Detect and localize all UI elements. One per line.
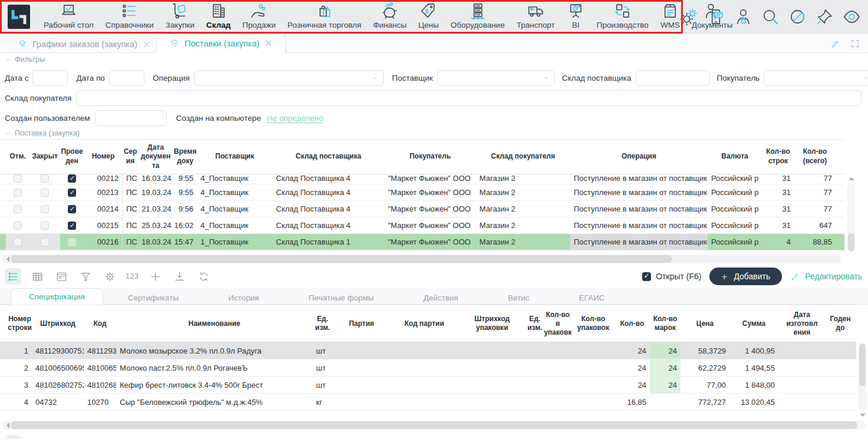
buyer-warehouse-input[interactable] <box>76 90 862 106</box>
h-scrollbar-thumb[interactable] <box>11 255 672 263</box>
edit-button[interactable]: Редактировать <box>790 272 862 282</box>
plus-view-icon[interactable] <box>147 268 163 285</box>
closed-checkbox[interactable] <box>41 205 49 213</box>
grid-view-icon[interactable] <box>29 268 45 285</box>
detail-tab-7[interactable]: ЕГАИС <box>554 291 630 304</box>
card-view-icon[interactable] <box>53 435 70 439</box>
gear-view-icon[interactable] <box>101 268 118 285</box>
column-header[interactable]: Кол-во <box>614 305 650 342</box>
column-header[interactable]: Код <box>84 305 116 342</box>
nav-item-7[interactable]: Финансы <box>367 0 413 29</box>
column-header[interactable]: Кол-во строк <box>762 140 794 174</box>
list-view-icon[interactable] <box>5 268 21 285</box>
created-on-computer-link[interactable]: Не определено <box>267 114 323 123</box>
otm-checkbox[interactable] <box>14 205 22 213</box>
nav-item-5[interactable]: Продажи <box>236 0 281 29</box>
posted-checkbox[interactable] <box>68 238 76 246</box>
posted-checkbox[interactable] <box>68 205 76 213</box>
column-header[interactable]: Сер ия <box>123 140 138 174</box>
created-by-input[interactable] <box>95 110 167 126</box>
closed-checkbox[interactable] <box>41 174 49 183</box>
supply-section-toggle[interactable]: Поставка (закупка) <box>5 129 80 137</box>
closed-checkbox[interactable] <box>41 238 49 246</box>
date-to-input[interactable] <box>109 70 144 86</box>
detail-tab-2[interactable]: Сертификаты <box>103 291 203 304</box>
download-view-icon[interactable] <box>126 435 142 439</box>
scroll-left-arrow-icon[interactable] <box>4 256 9 262</box>
closed-checkbox[interactable] <box>41 189 49 197</box>
nav-item-8[interactable]: Цены <box>412 0 445 29</box>
column-header[interactable]: Код партии <box>390 305 458 342</box>
v-scrollbar-thumb[interactable] <box>848 233 854 251</box>
supply-row-00216[interactable]: 00216ПС18.03.2415:471_ПоставщикСклад Пос… <box>0 234 844 250</box>
column-header[interactable]: Штрихкод <box>32 305 84 342</box>
column-header[interactable]: Операция <box>570 140 708 174</box>
detail-tab-5[interactable]: Действия <box>399 291 483 304</box>
numbering-toggle[interactable]: 123 <box>126 272 139 280</box>
column-header[interactable]: Ед. изм. <box>526 305 544 342</box>
detail-tab-1[interactable]: Спецификация <box>11 288 103 305</box>
close-tab-icon[interactable] <box>143 41 150 48</box>
nav-item-9[interactable]: Оборудование <box>445 0 511 29</box>
spec-row-2[interactable]: 2481006500695648100650069Молоко паст.2.5… <box>0 359 856 377</box>
column-header[interactable]: Кол-во в упаковк <box>544 305 572 342</box>
settings-icon[interactable] <box>680 8 698 26</box>
posted-checkbox[interactable] <box>68 222 76 230</box>
supplier-warehouse-input[interactable] <box>636 70 710 86</box>
search-icon[interactable] <box>761 8 780 26</box>
column-header[interactable]: Кол-во (всего) <box>794 140 836 174</box>
spec-row-3[interactable]: 3481026802752948102680275Кефир брест-лит… <box>0 377 856 394</box>
column-header[interactable]: Партия <box>333 305 390 342</box>
posted-checkbox[interactable] <box>68 189 76 197</box>
supplies-vertical-scrollbar[interactable] <box>847 183 855 252</box>
nav-item-10[interactable]: Транспорт <box>511 0 561 29</box>
otm-checkbox[interactable] <box>14 222 22 230</box>
date-from-input[interactable] <box>32 70 68 86</box>
nav-item-3[interactable]: Закупки <box>160 0 200 29</box>
doc-tab-supplies[interactable]: Поставки (закупка) <box>156 34 286 53</box>
nav-item-12[interactable]: Производство <box>591 0 655 29</box>
scroll-left-arrow-icon[interactable] <box>4 423 9 428</box>
bottom-horizontal-scrollbar[interactable] <box>2 421 866 430</box>
fullscreen-expand-icon[interactable] <box>850 39 860 48</box>
column-header[interactable]: Дата изготовл ения <box>778 305 826 342</box>
doc-tab-order-graphs[interactable]: Графики заказов (закупка) <box>11 35 157 53</box>
otm-checkbox[interactable] <box>14 189 22 197</box>
supplies-horizontal-scrollbar[interactable] <box>2 255 842 263</box>
column-header[interactable]: Сумма <box>729 305 778 342</box>
plus-view-icon[interactable] <box>101 435 118 439</box>
nav-item-1[interactable]: Рабочий стол <box>38 0 100 29</box>
column-header[interactable]: Цена <box>680 305 729 342</box>
column-header[interactable]: Закрыт <box>29 140 60 174</box>
column-header[interactable]: Отм. <box>6 140 29 174</box>
nav-item-4[interactable]: Склад <box>200 0 236 29</box>
supply-row-00214[interactable]: 00214ПС21.03.249:564_ПоставщикСклад Пост… <box>0 201 844 217</box>
closed-checkbox[interactable] <box>41 222 49 230</box>
spec-vertical-scrollbar[interactable] <box>859 343 866 411</box>
detail-tab-6[interactable]: Ветис <box>483 291 554 304</box>
detail-tab-3[interactable]: История <box>203 291 284 304</box>
column-header[interactable]: Время доку <box>173 140 197 174</box>
column-header[interactable]: Ед. изм. <box>313 305 333 342</box>
nav-item-2[interactable]: Справочники <box>100 0 160 29</box>
column-header[interactable]: Покупатель <box>384 140 476 174</box>
edit-pencil-icon[interactable] <box>830 38 841 49</box>
visibility-icon[interactable] <box>843 8 861 26</box>
filter-view-icon[interactable] <box>77 268 94 285</box>
refresh-view-icon[interactable] <box>195 268 212 285</box>
supply-row-00215[interactable]: 00215ПС25.03.2416:024_ПоставщикСклад Пос… <box>0 217 844 234</box>
operation-select[interactable] <box>194 70 384 86</box>
pin-icon[interactable] <box>816 8 834 26</box>
download-view-icon[interactable] <box>171 268 188 285</box>
column-header[interactable]: Штрихкод упаковки <box>458 305 526 342</box>
supplier-select[interactable] <box>437 70 555 86</box>
column-header[interactable]: Дата докумен та <box>138 140 173 174</box>
otm-checkbox[interactable] <box>14 238 22 246</box>
scroll-down-arrow-icon[interactable] <box>860 414 866 420</box>
gear-view-icon[interactable] <box>77 435 94 439</box>
card-view-icon[interactable] <box>53 268 70 285</box>
recent-icon[interactable] <box>788 8 807 26</box>
supply-row-00212[interactable]: 00212ПС16.03.249:554_ПоставщикСклад Пост… <box>0 174 844 184</box>
detail-tab-4[interactable]: Печатные формы <box>284 291 399 304</box>
add-button[interactable]: + Добавить <box>709 268 782 285</box>
